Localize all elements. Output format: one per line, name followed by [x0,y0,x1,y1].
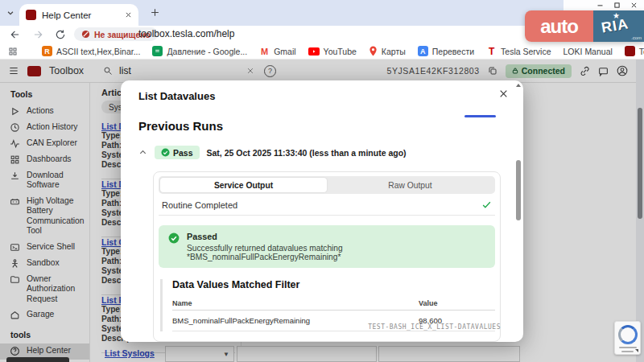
bookmark-loki-manual[interactable]: LOKI Manual [564,47,613,56]
bookmark-label: Карты [382,47,406,56]
bookmark-youtube[interactable]: YouTube [308,47,357,56]
sheets-favicon-icon [152,46,163,56]
bookmark-label: ASCII text,Hex,Binar... [56,47,140,56]
bookmark-label: Давление - Google... [167,47,247,56]
run-timestamp: Sat, 25 Oct 2025 11:33:40 (less than a m… [207,148,407,158]
bookmark-gmail[interactable]: M Gmail [259,46,295,56]
column-name: Name [172,297,419,311]
tab-service-output[interactable]: Service Output [160,178,327,192]
output-card: Service Output Raw Output Routine Comple… [153,171,501,342]
status-bubble [6,357,69,362]
tab-search-chevron-icon[interactable] [6,9,14,17]
maximize-icon[interactable] [613,2,621,9]
recaptcha-icon [618,325,638,344]
youtube-favicon-icon [308,47,320,56]
column-value: Value [419,297,495,311]
check-circle-icon [161,148,170,157]
forward-icon[interactable] [32,29,43,40]
bookmark-maps[interactable]: Карты [369,46,406,56]
bookmark-label: Tesla Service [501,47,551,56]
bookmark-sheets[interactable]: Давление - Google... [152,46,247,56]
toolbox-favicon-icon [625,46,635,56]
modal-title: List Datavalues [138,90,215,102]
bookmark-label: LOKI Manual [564,47,613,56]
translate-favicon-icon: A [418,46,428,56]
routine-label: Routine Completed [162,200,237,210]
recaptcha-badge[interactable] [614,321,641,355]
domain-text: .com [631,35,642,40]
gmail-favicon-icon: M [259,46,270,56]
reload-icon[interactable] [55,29,66,40]
recaptcha-text-line [619,347,637,348]
test-code: TEST-BASH_ICE_X_LIST-DATAVALUES [368,323,501,331]
bookmarks-bar: R ASCII text,Hex,Binar... Давление - Goo… [0,43,644,60]
bookmark-translate[interactable]: A Перевести [418,46,474,56]
alert-title: Passed [187,232,485,241]
new-tab-button[interactable] [150,7,160,18]
passed-alert: Passed Successfully returned datavalues … [159,225,495,268]
url-text[interactable]: toolbox.tesla.com/help [138,28,234,39]
expand-arrow-icon [635,349,638,352]
chevron-up-icon[interactable] [138,148,147,157]
bookmark-tesla-service[interactable]: T Tesla Service [486,46,551,56]
recaptcha-text-line [621,351,634,352]
back-icon[interactable] [10,29,21,40]
autoria-window: auto ★ RIA .com [522,0,644,42]
modal-scrollbar[interactable] [516,84,521,339]
bookmark-toolbox[interactable]: Toolbox [625,46,644,56]
apps-grid-icon[interactable] [8,47,18,56]
ria-logo-text: RIA [600,15,630,37]
toolbox-favicon-icon [26,10,36,20]
check-circle-icon [168,232,180,244]
bookmark-label: YouTube [324,47,357,56]
bookmark-label: Toolbox [639,47,644,56]
maps-pin-favicon-icon [369,46,378,56]
scroll-up-arrow-icon[interactable] [516,84,521,87]
autoria-logo: auto ★ RIA .com [525,10,644,42]
active-tab-indicator [464,115,496,117]
run-row[interactable]: Pass Sat, 25 Oct 2025 11:33:40 (less tha… [138,146,407,159]
minimize-icon[interactable] [597,2,604,9]
auto-logo-text: auto [525,10,593,42]
alert-message: Successfully returned datavalues matchin… [187,244,485,261]
window-controls [564,0,644,10]
tab-raw-output[interactable]: Raw Output [327,178,493,192]
pass-label: Pass [173,148,193,158]
modal-scrollbar-thumb[interactable] [516,160,521,220]
pass-badge: Pass [155,146,200,159]
ria-logo-block: ★ RIA .com [593,10,644,42]
tesla-favicon-icon: T [486,46,497,56]
data-values-heading: Data Values Matched Filter [172,279,495,290]
output-tabs: Service Output Raw Output [159,176,495,194]
not-secure-icon [81,30,90,39]
list-datavalues-modal: List Datavalues Previous Runs Pass Sat, … [121,80,523,342]
close-icon[interactable] [498,88,509,99]
bookmark-ascii[interactable]: R ASCII text,Hex,Binar... [42,46,140,56]
tab-title: Help Center [42,10,119,20]
routine-row: Routine Completed [159,194,495,216]
tab-close-icon[interactable] [125,11,132,19]
previous-runs-heading: Previous Runs [138,119,223,133]
window-close-icon[interactable] [630,2,638,9]
r-favicon-icon: R [42,46,52,56]
bookmark-label: Перевести [432,47,474,56]
browser-tab[interactable]: Help Center [19,4,138,26]
check-icon [481,200,492,210]
bookmark-label: Gmail [274,47,295,56]
